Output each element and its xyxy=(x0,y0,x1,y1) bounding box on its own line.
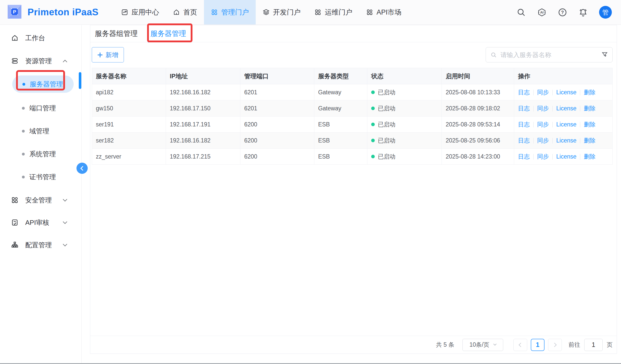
grid-icon xyxy=(314,9,321,16)
action-license-link[interactable]: License xyxy=(556,137,576,144)
top-nav: 应用中心 首页 管理门户 xyxy=(114,0,408,24)
sidebar-subitem-label: 端口管理 xyxy=(29,104,56,113)
ai-assistant-icon[interactable]: AI xyxy=(537,8,547,17)
action-delete-link[interactable]: 删除 xyxy=(584,105,596,112)
action-divider xyxy=(580,106,580,111)
action-divider xyxy=(552,138,553,144)
sidebar-item-config-management[interactable]: 配置管理 xyxy=(0,237,81,253)
sidebar-item-domain-management[interactable]: 域管理 xyxy=(0,123,81,139)
action-license-link[interactable]: License xyxy=(556,153,576,160)
action-sync-link[interactable]: 同步 xyxy=(537,153,549,160)
grid-icon xyxy=(11,196,19,204)
svg-text:AI: AI xyxy=(540,10,544,14)
cell-status: 已启动 xyxy=(367,133,442,149)
action-divider xyxy=(533,122,534,127)
sidebar-item-resource-management[interactable]: 资源管理 xyxy=(0,53,81,69)
table-header-row: 服务器名称 IP地址 管理端口 服务器类型 状态 启用时间 操作 xyxy=(92,68,613,84)
cell-server-name: zz_server xyxy=(92,149,166,165)
page-size-select[interactable]: 10条/页 xyxy=(462,339,503,351)
action-divider xyxy=(533,90,534,95)
logo-text: Primeton iPaaS xyxy=(28,7,98,18)
action-divider xyxy=(552,122,553,127)
nav-item-dev-portal[interactable]: 开发门户 xyxy=(256,0,307,24)
goto-page-input[interactable] xyxy=(584,339,603,351)
action-divider xyxy=(533,106,534,111)
prev-page-button[interactable] xyxy=(513,339,527,351)
action-divider xyxy=(533,154,534,160)
action-log-link[interactable]: 日志 xyxy=(518,137,530,144)
column-header-port: 管理端口 xyxy=(240,68,314,84)
table-body: api182 192.168.16.182 6201 Gateway 已启动 2… xyxy=(92,84,613,165)
sidebar-item-security-management[interactable]: 安全管理 xyxy=(0,192,81,208)
chevron-left-icon xyxy=(80,166,85,171)
action-log-link[interactable]: 日志 xyxy=(518,105,530,112)
nav-item-api-market[interactable]: API市场 xyxy=(359,0,408,24)
tab-server-group-management[interactable]: 服务器组管理 xyxy=(95,25,138,42)
cell-port: 6201 xyxy=(240,84,314,100)
sidebar-item-port-management[interactable]: 端口管理 xyxy=(0,100,81,116)
status-dot xyxy=(371,123,375,126)
nav-item-home[interactable]: 首页 xyxy=(166,0,204,24)
status-text: 已启动 xyxy=(378,137,395,144)
action-sync-link[interactable]: 同步 xyxy=(537,137,549,144)
page-size-value: 10条/页 xyxy=(470,341,489,349)
cell-port: 6201 xyxy=(240,100,314,116)
nav-item-management-portal[interactable]: 管理门户 xyxy=(204,0,256,24)
cell-port: 6200 xyxy=(240,116,314,133)
action-delete-link[interactable]: 删除 xyxy=(584,153,596,160)
action-license-link[interactable]: License xyxy=(556,105,576,112)
cell-status: 已启动 xyxy=(367,84,442,100)
sidebar-collapse-toggle[interactable] xyxy=(76,163,88,174)
sidebar-item-workbench[interactable]: 工作台 xyxy=(0,30,81,46)
action-sync-link[interactable]: 同步 xyxy=(537,89,549,96)
bullet-icon xyxy=(22,130,25,133)
plus-icon xyxy=(97,52,103,58)
next-page-button[interactable] xyxy=(548,339,562,351)
nav-item-ops-portal[interactable]: 运维门户 xyxy=(307,0,359,24)
sidebar-item-certificate-management[interactable]: 证书管理 xyxy=(0,169,81,185)
action-delete-link[interactable]: 删除 xyxy=(584,89,596,96)
action-log-link[interactable]: 日志 xyxy=(518,153,530,160)
action-log-link[interactable]: 日志 xyxy=(518,89,530,96)
nav-label: 应用中心 xyxy=(132,8,159,17)
column-header-server-name: 服务器名称 xyxy=(92,68,166,84)
action-license-link[interactable]: License xyxy=(556,121,576,128)
cell-port: 6200 xyxy=(240,149,314,165)
action-license-link[interactable]: License xyxy=(556,89,576,96)
cell-port: 6200 xyxy=(240,133,314,149)
sidebar-item-system-management[interactable]: 系统管理 xyxy=(0,146,81,162)
sidebar-item-label: 工作台 xyxy=(25,34,45,43)
table-row: ser191 192.168.17.191 6200 ESB 已启动 2025-… xyxy=(92,116,613,133)
cell-type: ESB xyxy=(314,149,367,165)
bullet-icon xyxy=(22,83,25,86)
filter-icon[interactable] xyxy=(601,51,608,58)
bullet-icon xyxy=(22,107,25,110)
search-icon[interactable] xyxy=(516,8,526,17)
sidebar-item-label: API审核 xyxy=(25,218,49,227)
column-header-status: 状态 xyxy=(367,68,442,84)
add-server-button[interactable]: 新增 xyxy=(92,47,124,62)
sidebar-subitem-label: 证书管理 xyxy=(29,173,56,181)
nav-item-app-center[interactable]: 应用中心 xyxy=(114,0,166,24)
table-row: ser182 192.168.16.182 6200 ESB 已启动 2025-… xyxy=(92,133,613,149)
action-divider xyxy=(552,106,553,111)
topbar: P Primeton iPaaS 应用中心 首页 xyxy=(0,0,621,25)
server-search-box xyxy=(486,47,613,62)
pagination-bar: 共 5 条 10条/页 1 前往 页 xyxy=(90,336,617,354)
sidebar-item-server-management[interactable]: 服务器管理 xyxy=(12,75,74,93)
tab-server-management[interactable]: 服务器管理 xyxy=(150,25,186,42)
sidebar-item-api-audit[interactable]: API审核 xyxy=(0,215,81,230)
action-delete-link[interactable]: 删除 xyxy=(584,137,596,144)
nav-label: 开发门户 xyxy=(273,8,301,17)
notification-bell-icon[interactable] xyxy=(578,8,588,17)
action-delete-link[interactable]: 删除 xyxy=(584,121,596,128)
action-sync-link[interactable]: 同步 xyxy=(537,105,549,112)
current-page-button[interactable]: 1 xyxy=(531,339,545,351)
server-search-input[interactable] xyxy=(500,51,598,59)
user-avatar[interactable]: 管 xyxy=(599,6,612,19)
cell-server-name: api182 xyxy=(92,84,166,100)
help-icon[interactable]: ? xyxy=(558,8,567,17)
resource-submenu: 服务器管理 端口管理 域管理 系统管理 证书管理 xyxy=(0,75,81,185)
action-sync-link[interactable]: 同步 xyxy=(537,121,549,128)
action-log-link[interactable]: 日志 xyxy=(518,121,530,128)
